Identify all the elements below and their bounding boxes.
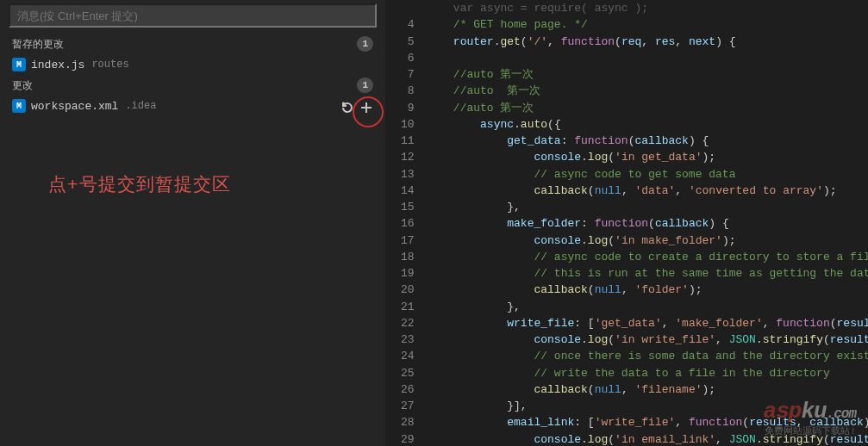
code-line[interactable]: // write the data to a file in the direc… [427, 365, 868, 381]
staged-changes-header[interactable]: 暂存的更改 1 [0, 33, 385, 55]
staged-changes-title: 暂存的更改 [12, 37, 357, 52]
annotation-text: 点+号提交到暂提交区 [48, 172, 231, 196]
commit-message-input[interactable] [9, 3, 377, 28]
line-number: 6 [401, 50, 415, 66]
file-dir: routes [91, 59, 128, 71]
line-number: 16 [401, 215, 415, 232]
code-line[interactable]: write_file: ['get_data', 'make_folder', … [427, 315, 868, 331]
line-number: 20 [401, 282, 415, 298]
line-number: 25 [401, 365, 415, 381]
row-actions [340, 101, 373, 118]
modified-status-badge: M [12, 99, 26, 113]
code-line[interactable] [427, 50, 868, 66]
line-number: 17 [401, 232, 415, 249]
code-line[interactable]: //auto 第一次 [427, 66, 868, 83]
file-row[interactable]: M index.js routes [0, 55, 385, 74]
code-line[interactable]: console.log('in get_data'); [427, 149, 868, 165]
code-line[interactable]: callback(null, 'filename'); [427, 381, 868, 398]
line-number: 15 [401, 199, 415, 215]
modified-status-badge: M [12, 58, 26, 71]
line-number: 26 [401, 381, 415, 398]
code-line[interactable]: console.log('in make_folder'); [427, 232, 868, 249]
staged-changes-count: 1 [357, 36, 373, 52]
line-number: 13 [401, 166, 415, 183]
code-line[interactable]: //auto 第一次 [427, 83, 868, 99]
line-number: 7 [401, 66, 415, 83]
code-area[interactable]: var async = require( async ); /* GET hom… [427, 0, 868, 446]
line-number: 4 [401, 16, 415, 33]
line-number [401, 0, 415, 16]
line-number: 22 [401, 315, 415, 331]
code-line[interactable]: /* GET home page. */ [427, 16, 868, 33]
line-number: 9 [401, 100, 415, 116]
code-editor[interactable]: 4567891011121314151617181920212223242526… [385, 0, 868, 446]
line-number: 18 [401, 249, 415, 265]
code-line[interactable]: async.auto({ [427, 116, 868, 133]
code-line[interactable]: get_data: function(callback) { [427, 133, 868, 149]
line-number: 23 [401, 331, 415, 348]
line-number: 27 [401, 398, 415, 414]
code-line[interactable]: make_folder: function(callback) { [427, 215, 868, 232]
code-line[interactable]: }, [427, 199, 868, 215]
code-line[interactable]: // async code to get some data [427, 166, 868, 183]
line-number: 8 [401, 83, 415, 99]
file-name: workspace.xml [31, 100, 118, 113]
line-number: 19 [401, 265, 415, 282]
discard-changes-icon[interactable] [340, 101, 354, 118]
line-number: 21 [401, 299, 415, 315]
file-dir: .idea [125, 100, 156, 112]
line-number: 5 [401, 34, 415, 50]
changes-title: 更改 [12, 78, 357, 93]
line-number: 29 [401, 431, 415, 447]
line-number: 28 [401, 414, 415, 431]
code-line[interactable]: console.log('in write_file', JSON.string… [427, 331, 868, 348]
file-name: index.js [31, 59, 84, 71]
stage-changes-icon[interactable] [359, 101, 373, 118]
changes-count: 1 [357, 77, 373, 93]
line-number: 24 [401, 348, 415, 364]
line-number: 11 [401, 133, 415, 149]
line-number: 14 [401, 183, 415, 199]
source-control-panel: 暂存的更改 1 M index.js routes 更改 1 M workspa… [0, 0, 385, 446]
code-line[interactable]: email_link: ['write_file', function(resu… [427, 414, 868, 431]
changes-header[interactable]: 更改 1 [0, 74, 385, 96]
file-row[interactable]: M workspace.xml .idea [0, 96, 385, 115]
line-number: 12 [401, 149, 415, 165]
code-line[interactable]: // once there is some data and the direc… [427, 348, 868, 364]
code-line[interactable]: // async code to create a directory to s… [427, 249, 868, 265]
line-number-gutter: 4567891011121314151617181920212223242526… [385, 0, 427, 446]
code-line[interactable]: // this is run at the same time as getti… [427, 265, 868, 282]
line-number: 10 [401, 116, 415, 133]
code-line[interactable]: var async = require( async ); [427, 0, 868, 16]
code-line[interactable]: console.log('in email_link', JSON.string… [427, 431, 868, 447]
code-line[interactable]: callback(null, 'folder'); [427, 282, 868, 298]
code-line[interactable]: router.get('/', function(req, res, next)… [427, 34, 868, 50]
code-line[interactable]: //auto 第一次 [427, 100, 868, 116]
code-line[interactable]: callback(null, 'data', 'converted to arr… [427, 183, 868, 199]
code-line[interactable]: }], [427, 398, 868, 414]
code-line[interactable]: }, [427, 299, 868, 315]
